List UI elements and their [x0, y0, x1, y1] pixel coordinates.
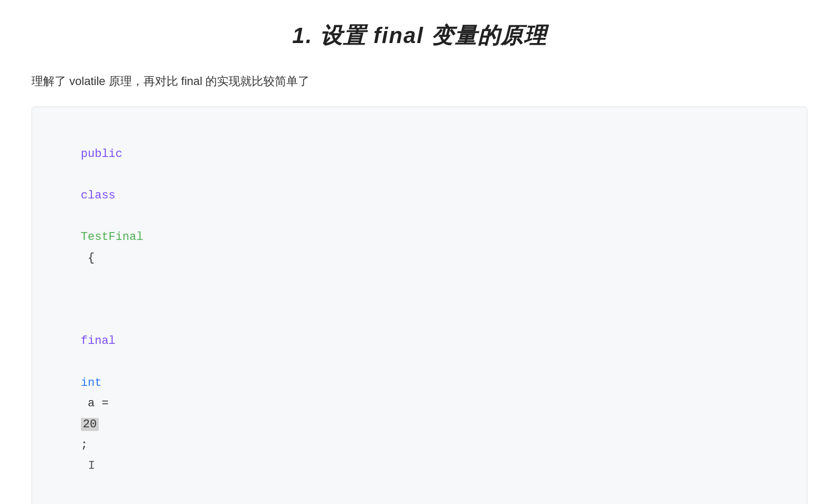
space — [81, 355, 88, 369]
code-line-2: final int a = 20 ; I — [53, 289, 786, 497]
page-title: 1. 设置 final 变量的原理 — [32, 21, 807, 50]
kw-class: class — [81, 189, 116, 202]
kw-int: int — [81, 376, 102, 390]
java-code-block: public class TestFinal { final int a = 2… — [32, 107, 807, 504]
kw-public: public — [81, 148, 122, 161]
semicolon: ; — [81, 438, 88, 452]
num-value: 20 — [81, 418, 99, 431]
var-name: a = — [81, 397, 116, 410]
cursor: I — [88, 459, 95, 472]
indent — [81, 314, 109, 327]
code-line-1: public class TestFinal { — [53, 123, 786, 289]
code-line-3: } — [53, 497, 786, 504]
intro-paragraph: 理解了 volatile 原理，再对比 final 的实现就比较简单了 — [32, 71, 807, 91]
class-name: TestFinal — [81, 230, 143, 244]
space — [81, 169, 88, 182]
brace-open: { — [81, 251, 95, 265]
space — [81, 210, 88, 223]
kw-final: final — [81, 334, 116, 348]
